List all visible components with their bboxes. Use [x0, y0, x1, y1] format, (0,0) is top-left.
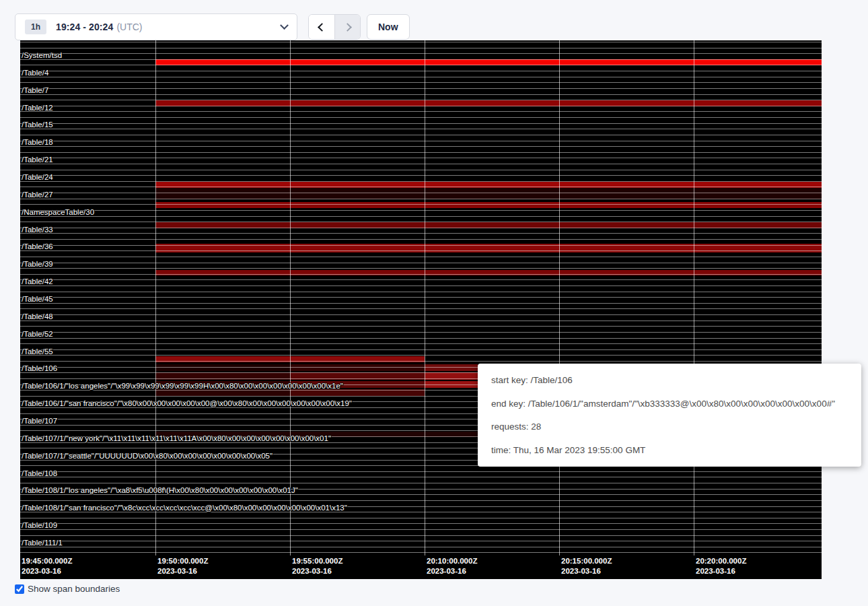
keyvis-heatmap-canvas[interactable]: /System/tsd/Table/4/Table/7/Table/12/Tab…: [20, 40, 822, 579]
row-label: /Table/108/1/"los angeles"/"\xa8\xf5\u00…: [22, 486, 298, 495]
span-boundary-line: [20, 88, 822, 89]
span-boundary-line: [20, 53, 822, 54]
span-boundary-line: [20, 164, 822, 164]
now-button[interactable]: Now: [367, 14, 410, 40]
span-boundary-line: [20, 233, 822, 234]
span-boundary-line: [20, 483, 822, 483]
span-boundary-line: [20, 250, 822, 251]
span-boundary-line: [20, 204, 822, 205]
row-label: /Table/106/1/"los angeles"/"\x99\x99\x99…: [22, 382, 343, 391]
span-boundary-line: [20, 268, 822, 269]
span-boundary-line: [20, 239, 822, 240]
span-boundary-line: [20, 146, 822, 147]
span-boundary-line: [20, 77, 822, 77]
span-boundary-line: [20, 321, 822, 321]
row-label: /Table/106: [22, 364, 57, 373]
x-tick-time: 20:15:00.000Z: [561, 556, 612, 566]
row-label: /Table/107/1/"new york"/"\x11\x11\x11\x1…: [22, 434, 331, 443]
tooltip-requests: requests: 28: [491, 422, 848, 432]
span-boundary-line: [20, 518, 822, 518]
span-boundary-line: [20, 222, 822, 222]
x-tick-date: 2023-03-16: [22, 566, 61, 576]
span-boundary-line: [20, 59, 822, 60]
tooltip-start-key: start key: /Table/106: [491, 375, 848, 385]
row-label: /Table/42: [22, 277, 53, 286]
row-label: /Table/55: [22, 347, 53, 356]
row-label: /Table/36: [22, 242, 53, 251]
tooltip-time: time: Thu, 16 Mar 2023 19:55:00 GMT: [491, 445, 848, 455]
row-label: /Table/7: [22, 86, 48, 95]
span-boundary-line: [20, 326, 822, 327]
span-boundary-line: [20, 71, 822, 71]
span-boundary-line: [20, 552, 822, 553]
show-span-boundaries-checkbox[interactable]: Show span boundaries: [15, 584, 120, 594]
span-boundary-line: [20, 292, 822, 292]
row-label: /System/tsd: [22, 51, 62, 60]
span-boundary-line: [20, 279, 822, 280]
x-tick-date: 2023-03-16: [561, 566, 601, 576]
span-boundary-line: [20, 471, 822, 472]
span-boundary-line: [20, 175, 822, 176]
span-boundary-line: [20, 100, 822, 100]
span-boundary-line: [20, 263, 822, 263]
span-boundary-line: [20, 361, 822, 362]
span-boundary-line: [20, 500, 822, 501]
span-boundary-line: [20, 199, 822, 199]
heat-band: [155, 364, 290, 371]
span-boundary-line: [20, 129, 822, 129]
row-label: /Table/109: [22, 521, 57, 530]
span-boundary-line: [20, 42, 822, 42]
x-tick-time: 19:45:00.000Z: [22, 556, 72, 566]
heat-band: [425, 364, 478, 371]
row-label: /Table/106/1/"san francisco"/"\x80\x00\x…: [22, 399, 352, 408]
time-range-dropdown[interactable]: 1h 19:24 - 20:24 (UTC): [15, 13, 297, 40]
row-label: /Table/108/1/"san francisco"/"\x8c\xcc\x…: [22, 504, 347, 512]
x-tick-date: 2023-03-16: [157, 566, 197, 576]
span-boundary-line: [20, 158, 822, 158]
row-label: /Table/27: [22, 191, 53, 199]
time-grid-line: [559, 40, 560, 556]
heat-band: [155, 270, 822, 275]
span-boundary-line: [20, 94, 822, 95]
span-boundary-line: [20, 535, 822, 536]
row-label: /Table/48: [22, 312, 53, 321]
next-range-button[interactable]: [334, 15, 360, 39]
span-boundary-line: [20, 170, 822, 170]
time-grid-line: [694, 40, 694, 556]
row-label: /Table/107/1/"seattle"/"UUUUUUD\x00\x80\…: [22, 452, 273, 461]
x-tick-time: 20:20:00.000Z: [696, 556, 746, 566]
timezone-label: (UTC): [116, 22, 142, 32]
span-boundary-line: [20, 65, 822, 65]
row-label: /Table/52: [22, 330, 53, 339]
span-boundary-line: [20, 477, 822, 477]
heat-band: [155, 202, 822, 208]
row-label: /Table/45: [22, 295, 53, 304]
span-boundary-line: [20, 338, 822, 339]
prev-range-button[interactable]: [309, 15, 334, 39]
checkbox-input[interactable]: [15, 584, 24, 594]
chevron-right-icon: [343, 23, 352, 32]
row-label: /Table/12: [22, 104, 53, 112]
row-label: /Table/15: [22, 121, 53, 129]
chevron-down-icon: [280, 21, 289, 30]
x-tick-time: 19:55:00.000Z: [292, 556, 342, 566]
row-label: /Table/111/1: [22, 539, 63, 547]
x-tick-date: 2023-03-16: [427, 566, 466, 576]
chevron-left-icon: [318, 23, 326, 32]
row-label: /Table/24: [22, 173, 53, 182]
time-range-label: 19:24 - 20:24: [56, 22, 113, 32]
time-grid-line: [290, 40, 291, 556]
span-boundary-line: [20, 257, 822, 257]
row-label: /Table/107: [22, 417, 57, 426]
key-visualizer-page: 1h 19:24 - 20:24 (UTC) Now /System/tsd/T…: [0, 0, 868, 606]
x-tick-time: 19:50:00.000Z: [157, 556, 208, 566]
span-boundary-line: [20, 285, 822, 286]
row-label: /Table/108: [22, 469, 57, 478]
heat-band: [155, 188, 822, 199]
span-boundary-line: [20, 308, 822, 309]
span-boundary-line: [20, 314, 822, 315]
span-boundary-line: [20, 349, 822, 350]
row-label: /Table/33: [22, 226, 53, 234]
x-tick-date: 2023-03-16: [292, 566, 332, 576]
time-grid-line: [155, 40, 156, 556]
